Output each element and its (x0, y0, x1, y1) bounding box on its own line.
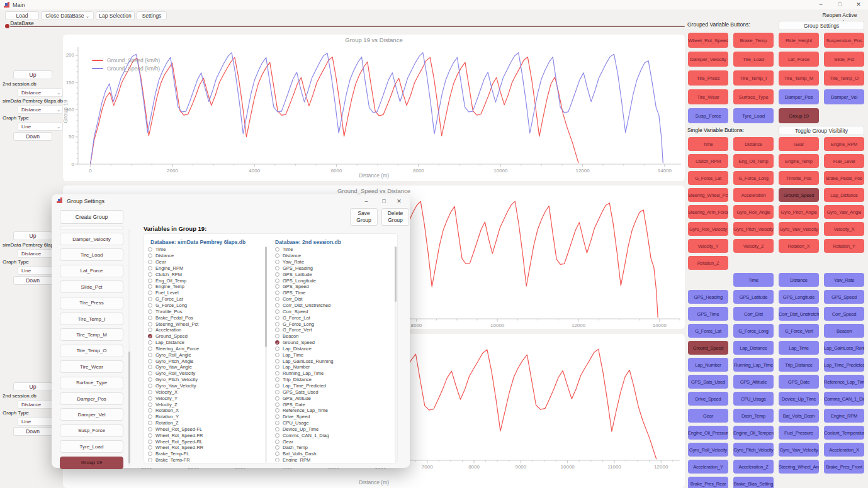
checkbox-icon[interactable] (148, 309, 152, 314)
variable-button-damper-vel[interactable]: Damper_Vel (824, 89, 864, 104)
checkbox-icon[interactable] (148, 340, 152, 345)
checkbox-icon[interactable] (148, 260, 152, 264)
variable-checkbox-item[interactable]: Ground_Speed (148, 333, 264, 340)
variable-checkbox-item[interactable]: Ground_Speed (275, 340, 393, 346)
checkbox-icon[interactable] (148, 371, 152, 375)
checkbox-icon[interactable] (275, 253, 279, 258)
dialog-maximize-icon[interactable]: □ (376, 196, 392, 207)
variable-button-suspension-pos[interactable]: Suspension_Pos (824, 33, 864, 48)
variable-button-tire-load[interactable]: Tire_Load (733, 52, 774, 67)
progress-slider-track[interactable] (10, 26, 685, 27)
variable-checkbox-item[interactable]: Gyro_Pitch_Velocity (148, 377, 264, 383)
group-list-scrollbar[interactable] (128, 229, 130, 467)
group-list-item-damper-vel[interactable]: Damper_Vel (60, 408, 123, 421)
variable-button-velocity-z[interactable]: Velocity_Z (733, 239, 774, 253)
move-down-button[interactable]: Down (13, 276, 52, 285)
variable-checkbox-item[interactable]: Gyro_Yaw_Velocity (148, 383, 264, 389)
checkbox-icon[interactable] (275, 322, 279, 326)
checkbox-icon[interactable] (148, 365, 152, 369)
variable-checkbox-item[interactable]: Trip_Distance (275, 377, 393, 383)
variable-button-brake-pedal-pos[interactable]: Brake_Pedal_Pos (824, 171, 864, 185)
checkbox-icon[interactable] (148, 440, 152, 444)
checkbox-icon[interactable] (148, 377, 152, 382)
save-group-button[interactable]: Save Group (350, 208, 378, 226)
variable-button-fuel-level[interactable]: Fuel_Level (824, 154, 864, 168)
variable-button-brake-pres-rear[interactable]: Brake_Pres_Rear (688, 477, 728, 488)
checkbox-icon[interactable] (275, 272, 279, 277)
checkbox-icon[interactable] (148, 421, 152, 425)
variable-checkbox-item[interactable]: Comms_CAN_1_Diag (275, 432, 393, 438)
variable-checkbox-item[interactable]: Gyro_Roll_Angle (148, 352, 264, 358)
variable-button-lap-distance[interactable]: Lap_Distance (824, 188, 864, 202)
variable-checkbox-item[interactable]: Reference_Lap_Time (275, 408, 393, 414)
checkbox-icon[interactable] (275, 279, 279, 283)
move-up-button[interactable]: Up (13, 70, 52, 79)
variable-checkbox-item[interactable]: GPS_Date (275, 401, 393, 408)
variable-button-gyro-roll-velocity[interactable]: Gyro_Roll_Velocity (688, 443, 728, 457)
variable-button-tire-temp-o[interactable]: Tire_Temp_O (824, 70, 864, 86)
checkbox-icon[interactable] (275, 440, 279, 444)
variable-button-brake-bias-setting[interactable]: Brake_Bias_Setting (733, 477, 774, 488)
checkbox-icon[interactable] (275, 371, 279, 375)
variable-checkbox-item[interactable]: Lap_GainLoss_Running (275, 358, 393, 364)
variable-checkbox-item[interactable]: Steering_Arm_Force (148, 346, 264, 352)
variable-button-damper-pos[interactable]: Damper_Pos (779, 89, 819, 104)
variable-button-rotation-y[interactable]: Rotation_Y (824, 239, 864, 253)
checkbox-icon[interactable] (275, 316, 279, 320)
variable-checkbox-item[interactable]: Wheel_Rot_Speed-FL (148, 426, 264, 432)
variable-button-comms-can-1-diag[interactable]: Comms_CAN_1_Diag (824, 392, 864, 406)
checkbox-icon[interactable] (148, 247, 152, 252)
variable-checkbox-item[interactable]: Rotation_Z (148, 420, 264, 426)
variable-button-velocity-y[interactable]: Velocity_Y (688, 239, 728, 253)
variable-button-gps-sats-used[interactable]: GPS_Sats_Used (688, 375, 728, 389)
checkbox-icon[interactable] (275, 396, 279, 401)
checkbox-icon[interactable] (148, 414, 152, 419)
variable-button-g-force-long[interactable]: G_Force_Long (733, 324, 774, 338)
variable-button-lap-gainloss-running[interactable]: Lap_GainLoss_Running (824, 341, 864, 355)
variable-button-lat-force[interactable]: Lat_Force (779, 52, 819, 67)
load-database-button[interactable]: Load DataBase (5, 11, 39, 20)
variable-checkbox-item[interactable]: GPS_Altitude (275, 395, 393, 401)
checkbox-icon[interactable] (148, 253, 152, 258)
checkbox-icon[interactable] (148, 272, 152, 277)
variable-button-gyro-pitch-velocity[interactable]: Gyro_Pitch_Velocity (733, 443, 774, 457)
checkbox-icon[interactable] (148, 266, 152, 270)
variable-button-lap-time[interactable]: Lap_Time (779, 341, 819, 355)
variable-checkbox-item[interactable]: GPS_Longitude (275, 277, 393, 284)
variable-checkbox-item[interactable]: Velocity_Z (148, 401, 264, 408)
group-list-item-tire-temp-m[interactable]: Tire_Temp_M (60, 328, 123, 341)
checkbox-icon[interactable] (275, 452, 279, 456)
variable-button-slide-pct[interactable]: Slide_Pct (824, 52, 864, 67)
checkbox-icon[interactable] (275, 260, 279, 264)
group-list-item-surface-type[interactable]: Surface_Type (60, 377, 123, 389)
variable-select[interactable]: Distance⌄ (18, 105, 63, 114)
checkbox-icon[interactable] (275, 297, 279, 301)
variable-checkbox-item[interactable]: Time (148, 247, 264, 253)
variable-checkbox-item[interactable]: Running_Lap_Time (275, 370, 393, 377)
variable-button-acceleration-x[interactable]: Acceleration_X (824, 443, 864, 457)
checkbox-icon[interactable] (275, 421, 279, 425)
variable-checkbox-item[interactable]: Engine_RPM (148, 265, 264, 272)
variable-checkbox-item[interactable]: Brake_Temp-FL (148, 451, 264, 457)
variable-checkbox-item[interactable]: Gear (275, 438, 393, 445)
variable-button-engine-oil-pressure[interactable]: Engine_Oil_Pressure (688, 426, 728, 440)
variable-checkbox-item[interactable]: G_Force_Vert (275, 327, 393, 333)
checkbox-icon[interactable] (275, 284, 279, 289)
dialog-close-icon[interactable]: ✕ (391, 196, 407, 207)
variable-checkbox-item[interactable]: G_Force_Lat (275, 314, 393, 321)
variable-button-tyre-load[interactable]: Tyre_Load (733, 108, 774, 123)
variable-checkbox-item[interactable]: Wheel_Rot_Speed-RR (148, 445, 264, 451)
variable-checkbox-item[interactable]: Distance (148, 253, 264, 259)
checkbox-icon[interactable] (275, 309, 279, 314)
variable-button-engine-rpm[interactable]: Engine_RPM (824, 409, 864, 423)
move-down-button[interactable]: Down (13, 132, 52, 141)
variable-checkbox-item[interactable]: Acceleration (148, 327, 264, 333)
create-group-button[interactable]: Create Group (60, 210, 123, 224)
variable-button-gyro-yaw-angle[interactable]: Gyro_Yaw_Angle (824, 205, 864, 219)
group-list-item-lat-force[interactable]: Lat_Force (60, 265, 123, 277)
variable-checkbox-item[interactable]: GPS_Time (275, 290, 393, 296)
variable-button-corr-speed[interactable]: Corr_Speed (824, 307, 864, 321)
variable-button-susp-force[interactable]: Susp_Force (688, 108, 728, 123)
variable-button-beacon[interactable]: Beacon (824, 324, 864, 338)
delete-group-button[interactable]: Delete Group (381, 208, 409, 226)
